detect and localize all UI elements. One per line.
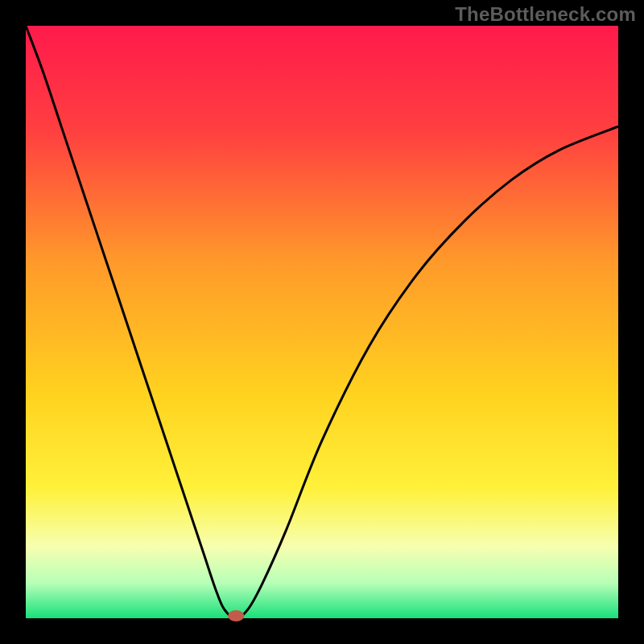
optimal-point-marker <box>228 610 244 621</box>
plot-area <box>26 26 618 618</box>
watermark-text: TheBottleneck.com <box>455 3 636 26</box>
bottleneck-chart <box>0 0 644 644</box>
chart-stage: TheBottleneck.com <box>0 0 644 644</box>
